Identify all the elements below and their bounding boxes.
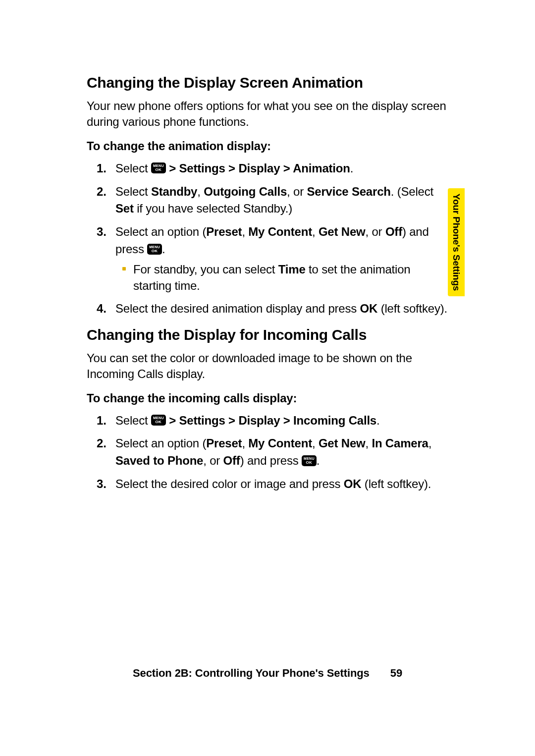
step-1: 1. Select MENUOK > Settings > Display > … <box>87 412 451 430</box>
intro-animation: Your new phone offers options for what y… <box>87 98 451 130</box>
footer-label: Section 2B: Controlling Your Phone's Set… <box>133 667 370 679</box>
step-2: 2. Select Standby, Outgoing Calls, or Se… <box>87 183 451 218</box>
subheading-incoming: To change the incoming calls display: <box>87 391 451 405</box>
menu-ok-icon: MENUOK <box>151 415 166 426</box>
heading-animation: Changing the Display Screen Animation <box>87 74 451 91</box>
bullet-item: For standby, you can select Time to set … <box>115 261 451 294</box>
steps-animation: 1. Select MENUOK > Settings > Display > … <box>87 160 451 318</box>
menu-ok-icon: MENUOK <box>302 455 317 466</box>
step-1: 1. Select MENUOK > Settings > Display > … <box>87 160 451 177</box>
nav-path: > Settings > Display > Animation <box>166 162 350 175</box>
page-number: 59 <box>390 667 402 680</box>
subheading-animation: To change the animation display: <box>87 139 451 153</box>
steps-incoming: 1. Select MENUOK > Settings > Display > … <box>87 412 451 493</box>
heading-incoming: Changing the Display for Incoming Calls <box>87 326 451 343</box>
side-tab-label: Your Phone's Settings <box>451 194 462 291</box>
side-tab: Your Phone's Settings <box>448 188 465 296</box>
nav-path: > Settings > Display > Incoming Calls <box>166 414 376 427</box>
sub-bullet: For standby, you can select Time to set … <box>115 261 451 294</box>
step-3: 3. Select an option (Preset, My Content,… <box>87 223 451 294</box>
page-footer: Section 2B: Controlling Your Phone's Set… <box>0 667 535 680</box>
step-4: 4. Select the desired animation display … <box>87 300 451 318</box>
intro-incoming: You can set the color or downloaded imag… <box>87 350 451 382</box>
step-text: Select <box>115 162 151 175</box>
step-2: 2. Select an option (Preset, My Content,… <box>87 435 451 470</box>
menu-ok-icon: MENUOK <box>147 244 162 255</box>
step-3: 3. Select the desired color or image and… <box>87 476 451 493</box>
menu-ok-icon: MENUOK <box>151 162 166 173</box>
